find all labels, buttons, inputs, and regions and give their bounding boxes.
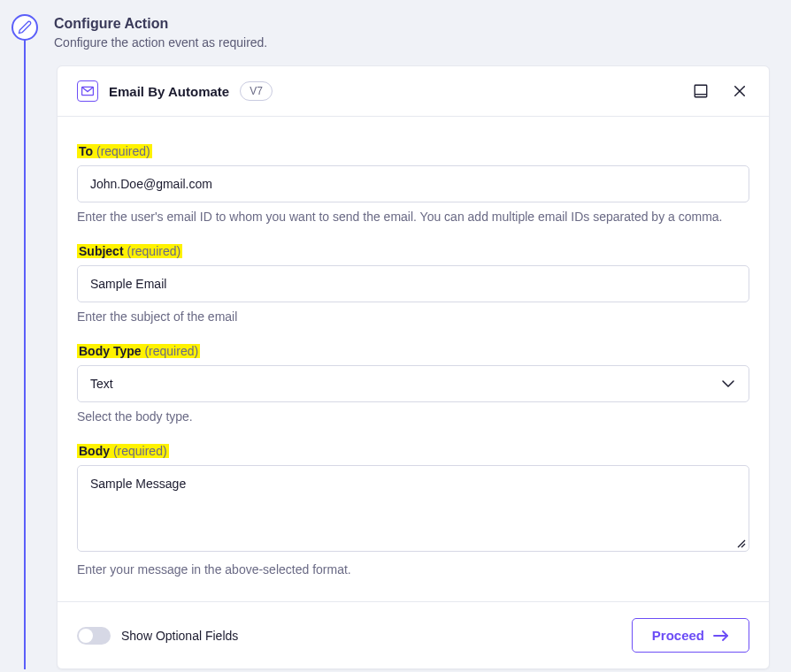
body-label: Body (required) bbox=[77, 444, 169, 458]
subject-help: Enter the subject of the email bbox=[77, 309, 749, 324]
proceed-button[interactable]: Proceed bbox=[632, 618, 749, 653]
bodytype-label: Body Type (required) bbox=[77, 344, 200, 358]
step-title: Configure Action bbox=[54, 16, 267, 32]
bodytype-select[interactable]: Text bbox=[77, 365, 749, 402]
to-help: Enter the user's email ID to whom you wa… bbox=[77, 210, 749, 224]
subject-required: (required) bbox=[127, 244, 180, 258]
body-textarea[interactable] bbox=[77, 465, 749, 552]
to-input[interactable] bbox=[77, 165, 749, 202]
arrow-right-icon bbox=[713, 630, 729, 641]
show-optional-toggle[interactable] bbox=[77, 627, 111, 645]
pencil-icon bbox=[12, 14, 38, 41]
body-label-text: Body bbox=[79, 444, 110, 458]
to-required: (required) bbox=[96, 144, 150, 158]
bodytype-label-text: Body Type bbox=[79, 344, 142, 358]
to-label-text: To bbox=[79, 144, 93, 158]
subject-label-text: Subject bbox=[79, 244, 124, 258]
subject-label: Subject (required) bbox=[77, 244, 182, 258]
card-app-name: Email By Automate bbox=[109, 84, 229, 99]
panel-layout-button[interactable] bbox=[691, 81, 710, 101]
body-required: (required) bbox=[113, 444, 167, 458]
proceed-label: Proceed bbox=[652, 628, 704, 643]
close-button[interactable] bbox=[730, 81, 749, 101]
toggle-knob bbox=[79, 629, 93, 643]
card-header: Email By Automate V7 bbox=[58, 66, 769, 117]
to-label: To (required) bbox=[77, 144, 152, 158]
bodytype-help: Select the body type. bbox=[77, 409, 749, 424]
timeline-line bbox=[24, 21, 26, 669]
bodytype-required: (required) bbox=[144, 344, 198, 358]
step-subtitle: Configure the action event as required. bbox=[54, 35, 267, 50]
svg-rect-1 bbox=[695, 85, 707, 97]
step-header: Configure Action Configure the action ev… bbox=[18, 0, 791, 57]
mail-icon bbox=[77, 80, 98, 102]
config-card: Email By Automate V7 bbox=[57, 65, 770, 669]
subject-input[interactable] bbox=[77, 265, 749, 302]
show-optional-label: Show Optional Fields bbox=[121, 629, 238, 643]
body-help: Enter your message in the above-selected… bbox=[77, 562, 749, 577]
version-pill: V7 bbox=[240, 81, 273, 101]
